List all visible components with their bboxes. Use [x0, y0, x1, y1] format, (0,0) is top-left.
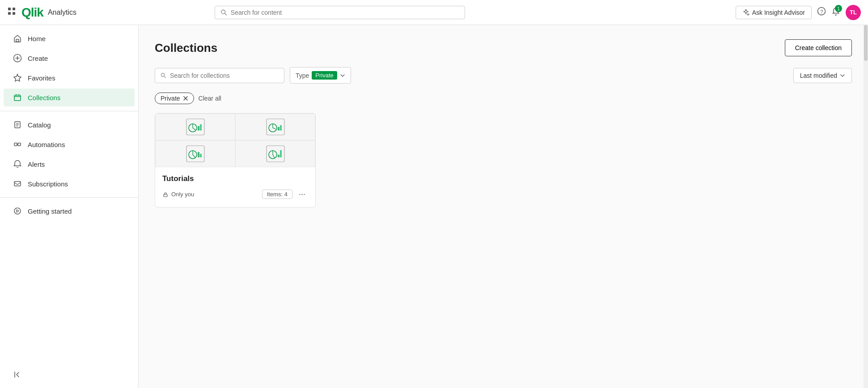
chart-thumb-3-icon	[186, 145, 205, 163]
card-thumbnail-1	[155, 114, 235, 140]
global-search	[215, 6, 465, 19]
sidebar-item-collections-label: Collections	[28, 94, 60, 101]
catalog-icon	[13, 120, 22, 129]
svg-rect-29	[200, 124, 202, 131]
sidebar-item-home[interactable]: Home	[4, 30, 135, 47]
qlik-logo-text: Qlik	[21, 5, 43, 20]
subscriptions-icon	[13, 179, 22, 188]
analytics-label: Analytics	[48, 8, 76, 17]
private-filter-chip[interactable]: Private	[155, 93, 194, 104]
notification-badge: 1	[835, 5, 842, 12]
collections-grid: Tutorials Only you Items: 4 ···	[155, 113, 852, 207]
search-collections-icon	[161, 72, 166, 79]
sidebar-item-catalog-label: Catalog	[28, 121, 51, 129]
svg-rect-28	[198, 126, 199, 131]
search-collections-container	[155, 68, 284, 83]
card-body: Tutorials Only you Items: 4 ···	[155, 167, 315, 207]
sidebar-item-getting-started[interactable]: Getting started	[4, 202, 135, 220]
search-icon	[220, 9, 227, 16]
sort-chevron-icon	[840, 73, 845, 78]
card-owner-label: Only you	[171, 191, 194, 198]
grid-menu-icon[interactable]	[7, 7, 16, 18]
type-filter-label: Type	[296, 72, 309, 79]
svg-rect-37	[200, 154, 202, 157]
svg-rect-1	[13, 8, 15, 10]
svg-rect-0	[8, 8, 11, 10]
card-thumbnail-3	[155, 140, 235, 167]
sidebar-bottom	[0, 365, 138, 384]
sidebar-divider-2	[0, 197, 138, 198]
page-title: Collections	[155, 41, 217, 55]
avatar[interactable]: TL	[846, 5, 861, 20]
svg-rect-12	[14, 95, 21, 101]
notifications-icon-button[interactable]: 1	[831, 7, 840, 18]
svg-text:?: ?	[820, 9, 823, 14]
sidebar-item-favorites[interactable]: Favorites	[4, 69, 135, 87]
sidebar-item-create[interactable]: Create	[4, 49, 135, 67]
card-thumbnail-4	[235, 140, 315, 167]
collapse-icon	[13, 370, 22, 379]
card-footer: Only you Items: 4 ···	[162, 189, 308, 200]
scrollbar-track	[864, 25, 868, 388]
insight-advisor-label: Ask Insight Advisor	[752, 9, 805, 16]
svg-rect-42	[164, 194, 167, 197]
scrollbar-thumb[interactable]	[864, 25, 868, 61]
svg-line-5	[224, 13, 226, 15]
alerts-icon	[13, 160, 22, 169]
insight-advisor-button[interactable]: Ask Insight Advisor	[736, 6, 812, 19]
getting-started-icon	[13, 207, 22, 215]
sidebar-item-subscriptions-label: Subscriptions	[28, 180, 68, 188]
active-filters: Private Clear all	[155, 93, 852, 104]
svg-rect-17	[14, 143, 17, 146]
filter-chip-label: Private	[161, 95, 180, 102]
page-header: Collections Create collection	[155, 39, 852, 56]
topnav-right: Ask Insight Advisor ? 1 TL	[736, 5, 861, 20]
svg-rect-36	[198, 152, 199, 157]
automations-icon	[13, 140, 22, 149]
card-meta: Items: 4 ···	[262, 189, 308, 200]
star-icon	[13, 73, 22, 82]
sidebar-item-collections[interactable]: Collections	[4, 89, 135, 106]
type-filter-chevron-icon	[340, 73, 345, 78]
global-search-input[interactable]	[231, 9, 459, 16]
card-more-options-button[interactable]: ···	[296, 189, 308, 200]
svg-rect-2	[8, 12, 11, 15]
sidebar-item-getting-started-label: Getting started	[28, 207, 72, 215]
create-icon	[13, 54, 22, 63]
logo[interactable]: Qlik Analytics	[21, 5, 76, 20]
svg-rect-8	[16, 39, 19, 42]
card-title: Tutorials	[162, 174, 308, 183]
sidebar-collapse-button[interactable]	[4, 366, 135, 384]
create-collection-button[interactable]: Create collection	[785, 39, 852, 56]
filters-row: Type Private Last modified	[155, 67, 852, 84]
sidebar: Home Create Favorites	[0, 25, 139, 388]
card-owner: Only you	[162, 191, 194, 198]
sidebar-item-alerts-label: Alerts	[28, 160, 45, 168]
svg-rect-3	[13, 12, 15, 15]
sidebar-item-automations[interactable]: Automations	[4, 135, 135, 153]
sidebar-item-catalog[interactable]: Catalog	[4, 116, 135, 134]
clear-all-button[interactable]: Clear all	[199, 95, 221, 102]
sidebar-item-alerts[interactable]: Alerts	[4, 155, 135, 173]
svg-rect-18	[18, 143, 21, 146]
main-layout: Home Create Favorites	[0, 25, 868, 388]
card-thumbnails	[155, 114, 315, 167]
sidebar-item-home-label: Home	[28, 35, 46, 42]
insight-advisor-icon	[742, 9, 749, 16]
remove-filter-icon[interactable]	[183, 96, 188, 101]
home-icon	[13, 34, 22, 43]
search-collections-input[interactable]	[170, 72, 279, 79]
sort-label: Last modified	[800, 72, 837, 79]
type-filter-value: Private	[312, 71, 337, 80]
sidebar-item-automations-label: Automations	[28, 141, 65, 148]
sidebar-item-subscriptions[interactable]: Subscriptions	[4, 175, 135, 193]
svg-rect-41	[280, 150, 282, 157]
help-icon-button[interactable]: ?	[817, 7, 826, 18]
type-filter-dropdown[interactable]: Type Private	[290, 67, 351, 84]
collections-icon	[13, 93, 22, 102]
svg-rect-32	[278, 127, 279, 131]
collection-card-tutorials[interactable]: Tutorials Only you Items: 4 ···	[155, 113, 316, 207]
sort-dropdown[interactable]: Last modified	[793, 68, 852, 83]
card-thumbnail-2	[235, 114, 315, 140]
top-navigation: Qlik Analytics Ask Insight Advisor ?	[0, 0, 868, 25]
